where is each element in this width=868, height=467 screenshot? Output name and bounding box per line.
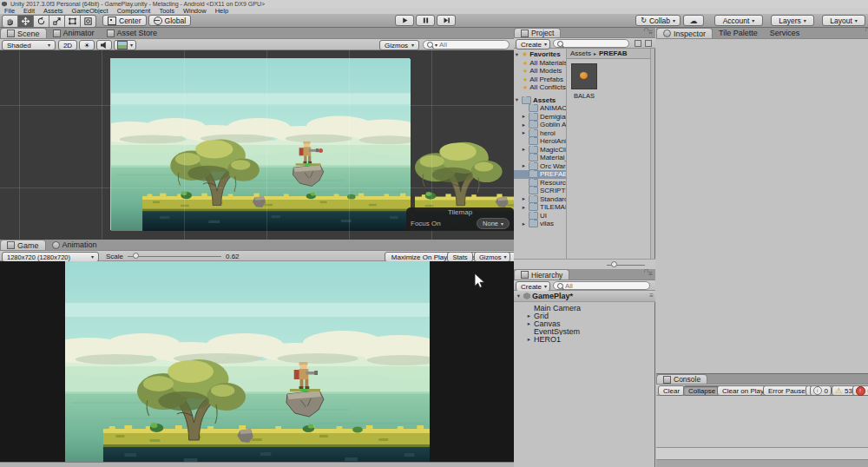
game-panel: Game Animation 1280x720 (1280x720)▾ Scal… xyxy=(0,240,514,467)
folder-row[interactable]: ▸Demigiant xyxy=(514,113,566,122)
hierarchy-search-input[interactable] xyxy=(565,282,646,290)
hierarchy-item[interactable]: ▸Canvas xyxy=(514,319,655,327)
project-vscrollbar[interactable] xyxy=(650,49,654,259)
grid-line xyxy=(102,50,102,240)
asset-item-balas[interactable]: BALAS xyxy=(569,63,599,100)
scene-search-input[interactable] xyxy=(439,41,505,49)
folder-row[interactable]: ▸heroi xyxy=(514,129,566,138)
search-by-label-icon[interactable] xyxy=(645,40,652,47)
tab-animator[interactable]: Animator xyxy=(47,28,101,38)
focus-on-dropdown[interactable]: None▾ xyxy=(477,218,510,229)
cloud-button[interactable]: ☁ xyxy=(683,15,704,26)
project-search-field[interactable] xyxy=(553,39,629,48)
transform-tool-icon[interactable] xyxy=(81,15,96,28)
step-button[interactable] xyxy=(437,15,456,26)
scene-viewport[interactable]: Tilemap Focus On None▾ xyxy=(0,50,514,240)
tab-asset-store[interactable]: Asset Store xyxy=(101,28,164,38)
pause-button[interactable] xyxy=(416,15,435,26)
console-log-list[interactable] xyxy=(656,396,868,447)
scale-slider-track[interactable] xyxy=(128,256,221,257)
favorite-item[interactable]: ★ All Models xyxy=(514,67,566,76)
project-panel-menu-icon[interactable]: ≡ xyxy=(648,30,653,36)
tab-game[interactable]: Game xyxy=(0,240,46,250)
console-clear-on-play-button[interactable]: Clear on Play xyxy=(717,385,769,396)
play-button[interactable] xyxy=(395,15,414,26)
folder-row[interactable]: ▸MagicCliffs xyxy=(514,146,566,155)
game-hscrollbar[interactable] xyxy=(0,462,514,467)
breadcrumb-root[interactable]: Assets xyxy=(570,49,591,57)
favorite-item[interactable]: ★ All Conflicts xyxy=(514,83,566,92)
search-icon xyxy=(557,283,563,289)
project-toolbar: Create▾ xyxy=(514,38,655,49)
tab-tile-palette[interactable]: Tile Palette xyxy=(713,28,764,38)
tab-hierarchy[interactable]: Hierarchy xyxy=(514,269,569,280)
hand-tool-icon[interactable] xyxy=(2,15,18,28)
sun-icon: ☀ xyxy=(83,42,89,49)
account-button[interactable]: Account▾ xyxy=(714,15,763,26)
hierarchy-item[interactable]: Main Camera xyxy=(514,304,655,312)
grid-line xyxy=(0,105,514,106)
tab-animation[interactable]: Animation xyxy=(46,240,103,250)
folder-row[interactable]: ▸TILEMAP xyxy=(514,203,566,212)
tab-inspector[interactable]: Inspector xyxy=(656,28,713,38)
layers-button[interactable]: Layers▾ xyxy=(771,15,814,26)
tab-scene[interactable]: Scene xyxy=(0,28,47,38)
tab-console[interactable]: Console xyxy=(656,374,707,384)
console-clear-button[interactable]: Clear xyxy=(658,385,685,396)
scene-root-row[interactable]: ▾ GamePlay* ≡ xyxy=(514,291,655,302)
thumbnail-zoom-knob[interactable] xyxy=(611,261,617,267)
scale-slider-knob[interactable] xyxy=(133,253,139,259)
pivot-center-button[interactable]: Center xyxy=(102,15,147,26)
effects-dropdown[interactable]: ▾ xyxy=(114,40,136,50)
scene-row-menu-icon[interactable]: ≡ xyxy=(649,293,654,299)
folder-row[interactable]: ▸Orc Warrior xyxy=(514,162,566,171)
mouse-cursor xyxy=(474,273,485,289)
folder-row[interactable]: HeroiAnim xyxy=(514,137,566,146)
shading-mode-dropdown[interactable]: Shaded▾ xyxy=(2,40,56,50)
console-error-filter[interactable]: 0 xyxy=(852,385,868,396)
project-search-input[interactable] xyxy=(565,40,625,48)
error-icon xyxy=(856,386,865,396)
rotate-tool-icon[interactable] xyxy=(34,15,49,28)
hierarchy-item[interactable]: ▸HERO1 xyxy=(514,335,655,343)
layout-button[interactable]: Layout▾ xyxy=(822,15,865,26)
folder-row[interactable]: ▸vilas xyxy=(514,220,566,228)
folder-row[interactable]: ANIMACAO xyxy=(514,104,566,113)
folder-row[interactable]: ▸Standard Assets xyxy=(514,195,566,204)
console-collapse-button[interactable]: Collapse xyxy=(683,385,720,396)
folder-icon xyxy=(529,146,538,154)
scene-search-field[interactable]: ▾ xyxy=(423,40,510,49)
breadcrumb-current[interactable]: PREFAB xyxy=(599,49,627,57)
folder-row[interactable]: UI xyxy=(514,212,566,220)
tab-project[interactable]: Project xyxy=(514,28,561,37)
lighting-toggle-button[interactable]: ☀ xyxy=(79,40,95,50)
move-tool-icon[interactable] xyxy=(18,15,34,28)
game-viewport[interactable] xyxy=(0,261,514,462)
folder-row[interactable]: Material_Fi xyxy=(514,154,566,162)
hierarchy-item[interactable]: EventSystem xyxy=(514,327,655,335)
assets-root[interactable]: ▾ Assets xyxy=(514,96,566,105)
scale-tool-icon[interactable] xyxy=(49,15,65,28)
favorites-root[interactable]: ▾★ Favorites xyxy=(514,50,566,59)
search-by-type-icon[interactable] xyxy=(635,40,641,47)
favorite-item[interactable]: ★ All Prefabs xyxy=(514,76,566,84)
scene-gizmos-dropdown[interactable]: Gizmos▾ xyxy=(379,40,419,50)
collab-button[interactable]: ↻ Collab▾ xyxy=(635,15,681,26)
console-info-filter[interactable]: 0 xyxy=(810,385,832,396)
search-icon xyxy=(427,42,433,48)
pivot-global-button[interactable]: Global xyxy=(148,15,192,26)
rect-tool-icon[interactable] xyxy=(65,15,81,28)
folder-row[interactable]: ▸Goblin Archer xyxy=(514,121,566,129)
hierarchy-search-field[interactable] xyxy=(553,281,650,290)
folder-row[interactable]: Resources xyxy=(514,179,566,187)
console-error-pause-button[interactable]: Error Pause xyxy=(763,385,811,396)
folder-row[interactable]: SCRIPTS xyxy=(514,187,566,195)
folder-row-selected[interactable]: PREFAB xyxy=(514,170,566,179)
favorite-item[interactable]: ★ All Materials xyxy=(514,59,566,68)
hierarchy-item[interactable]: ▸Grid xyxy=(514,312,655,319)
2d-toggle-button[interactable]: 2D xyxy=(58,40,77,50)
audio-toggle-button[interactable] xyxy=(96,40,112,50)
project-statusbar xyxy=(514,259,655,269)
tab-services[interactable]: Services xyxy=(764,28,806,38)
hierarchy-panel-menu-icon[interactable]: ≡ xyxy=(648,271,653,278)
